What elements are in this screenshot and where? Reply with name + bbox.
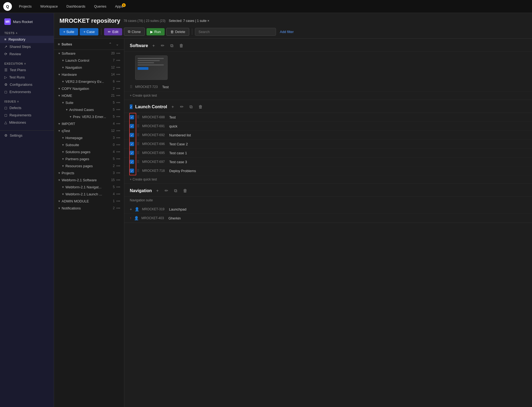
sidebar-item-test-plans[interactable]: ☰ Test Plans — [0, 66, 54, 74]
suite-item[interactable]: ▼ Hardware 14 ••• — [54, 71, 124, 78]
suite-more-icon[interactable]: ••• — [116, 72, 120, 77]
sidebar-item-environments[interactable]: ◻ Environments — [0, 88, 54, 96]
software-copy-button[interactable]: ⧉ — [169, 43, 175, 49]
test-checkbox[interactable] — [130, 151, 134, 155]
sidebar-item-configurations[interactable]: ⚙ Configurations — [0, 81, 54, 88]
software-delete-button[interactable]: 🗑 — [178, 43, 185, 49]
navigation-edit-button[interactable]: ✏ — [163, 188, 170, 194]
search-input[interactable] — [195, 28, 276, 36]
suite-more-icon[interactable]: ••• — [116, 86, 120, 91]
suite-item[interactable]: ▼ ADMIN MODULE 1 ••• — [54, 198, 124, 205]
suite-more-icon[interactable]: ••• — [116, 129, 120, 133]
workspace-selector[interactable]: MR Mars Rocket — [0, 16, 54, 27]
suite-more-icon[interactable]: ••• — [116, 100, 120, 105]
suite-more-icon[interactable]: ••• — [116, 65, 120, 70]
sidebar-item-repository[interactable]: ≡ Repository — [0, 36, 54, 43]
suite-item[interactable]: ▼ Suite 5 ••• — [54, 99, 124, 106]
suite-more-icon[interactable]: ••• — [116, 199, 120, 203]
suite-more-icon[interactable]: ••• — [116, 79, 120, 84]
suite-button[interactable]: + Suite — [59, 28, 78, 35]
suite-more-icon[interactable]: ••• — [116, 150, 120, 154]
sidebar-item-review[interactable]: ⟳ Review — [0, 50, 54, 58]
sidebar-item-requirements[interactable]: ◻ Requirements — [0, 111, 54, 119]
suite-more-icon[interactable]: ••• — [116, 58, 120, 63]
suite-item[interactable]: ▼ COPY Navigation 2 ••• — [54, 85, 124, 92]
launch-control-create-quick[interactable]: + Create quick test — [124, 175, 532, 183]
case-button[interactable]: + Case — [80, 28, 99, 35]
sidebar-item-milestones[interactable]: △ Milestones — [0, 119, 54, 126]
suite-item[interactable]: ▼ Projects 3 ••• — [54, 169, 124, 176]
suite-item[interactable]: ▼ Software 20 ••• — [54, 50, 124, 57]
suite-item[interactable]: ▼ Webform-2.1 Launch ... 4 ••• — [54, 191, 124, 198]
suite-more-icon[interactable]: ••• — [116, 143, 120, 147]
suite-item[interactable]: ▼ Webform-2.1 Navigat... 5 ••• — [54, 183, 124, 191]
navigation-delete-button[interactable]: 🗑 — [181, 188, 189, 194]
suite-more-icon[interactable]: ••• — [116, 171, 120, 175]
test-checkbox[interactable] — [130, 142, 134, 146]
nav-apps[interactable]: Apps 1 — [111, 3, 127, 10]
test-checkbox[interactable] — [130, 133, 134, 137]
test-checkbox[interactable] — [130, 160, 134, 164]
sidebar-item-shared-steps[interactable]: ↗ Shared Steps — [0, 43, 54, 50]
nav-projects[interactable]: Projects — [15, 3, 35, 10]
suite-item[interactable]: ▼ Resources pages 2 ••• — [54, 162, 124, 169]
nav-test-row[interactable]: + 👤 MROCKET-319 Launchpad — [124, 205, 532, 214]
software-edit-button[interactable]: ✏ — [159, 42, 166, 49]
suite-item[interactable]: ▼ Homepage 3 ••• — [54, 134, 124, 141]
suite-item[interactable]: ▼ qTest 12 ••• — [54, 127, 124, 134]
launch-control-select-all-checkbox[interactable] — [130, 104, 132, 109]
test-row[interactable]: ⠿ MROCKET-695 Test case 1 — [124, 149, 532, 157]
test-checkbox[interactable] — [130, 124, 134, 128]
suite-item[interactable]: ▼ Prev. VER2.3 Emer... 5 ••• — [54, 113, 124, 120]
test-row[interactable]: ⠿ MROCKET-718 Deploy Problems — [124, 166, 532, 175]
test-checkbox[interactable] — [130, 115, 134, 119]
navigation-add-button[interactable]: + — [155, 188, 160, 194]
clone-button[interactable]: ⧉ Clone — [124, 28, 145, 36]
suite-item[interactable]: ▼ Subsuite 0 ••• — [54, 141, 124, 148]
suite-item[interactable]: ▼ Partners pages 5 ••• — [54, 155, 124, 162]
suite-item[interactable]: ▼ Solutions pages 4 ••• — [54, 148, 124, 155]
suite-more-icon[interactable]: ••• — [116, 93, 120, 98]
suite-item[interactable]: ▼ IMPORT 4 ••• — [54, 120, 124, 127]
expand-all-button[interactable]: ⌄ — [114, 41, 120, 47]
launch-control-delete-button[interactable]: 🗑 — [197, 104, 204, 110]
sidebar-item-settings[interactable]: ⚙ Settings — [0, 130, 54, 139]
suite-item[interactable]: ▼ Notifications 2 ••• — [54, 205, 124, 212]
launch-control-copy-button[interactable]: ⧉ — [188, 104, 194, 110]
suite-more-icon[interactable]: ••• — [116, 157, 120, 161]
sidebar-item-test-runs[interactable]: ▷ Test Runs — [0, 74, 54, 81]
suite-more-icon[interactable]: ••• — [116, 114, 120, 119]
suite-item[interactable]: ▼ Navigation 12 ••• — [54, 64, 124, 71]
test-row[interactable]: ⠿ MROCKET-692 Numbered list — [124, 131, 532, 140]
nav-test-row[interactable]: ↑ 👤 MROCKET-403 Gherkin — [124, 214, 532, 223]
suite-more-icon[interactable]: ••• — [116, 122, 120, 126]
navigation-copy-button[interactable]: ⧉ — [172, 188, 179, 194]
test-row[interactable]: ⠿ MROCKET-691 quick — [124, 122, 532, 131]
sidebar-item-defects[interactable]: ◻ Defects — [0, 104, 54, 111]
suite-more-icon[interactable]: ••• — [116, 164, 120, 168]
suite-item[interactable]: ▼ Launch Control 7 ••• — [54, 57, 124, 64]
software-create-quick[interactable]: + Create quick test — [124, 91, 532, 100]
software-add-button[interactable]: + — [151, 43, 157, 49]
add-filter-link[interactable]: Add filter — [278, 28, 296, 35]
suite-more-icon[interactable]: ••• — [116, 206, 120, 210]
launch-control-edit-button[interactable]: ✏ — [178, 104, 185, 110]
launch-control-add-button[interactable]: + — [170, 104, 175, 110]
collapse-all-button[interactable]: ⌃ — [107, 41, 113, 47]
edit-button[interactable]: ✏ Edit — [104, 28, 122, 35]
suite-more-icon[interactable]: ••• — [116, 107, 120, 112]
delete-button[interactable]: 🗑 Delete — [166, 28, 189, 36]
suite-more-icon[interactable]: ••• — [116, 178, 120, 182]
run-button[interactable]: ▶ Run — [147, 28, 165, 35]
suite-more-icon[interactable]: ••• — [116, 185, 120, 189]
test-row-mrocket-723[interactable]: ⠿ MROCKET-723 Test — [124, 83, 532, 91]
test-row[interactable]: ⠿ MROCKET-696 Test Case 2 — [124, 140, 532, 149]
nav-workspace[interactable]: Workspace — [36, 3, 62, 10]
suite-item[interactable]: ▼ VER2.3 Emergency Ev... 6 ••• — [54, 78, 124, 85]
suite-item[interactable]: ▼ Webform-2.1 Software 15 ••• — [54, 176, 124, 183]
nav-dashboards[interactable]: Dashboards — [63, 3, 89, 10]
suite-item[interactable]: ▼ HOME 21 ••• — [54, 92, 124, 99]
suite-more-icon[interactable]: ••• — [116, 136, 120, 140]
suite-more-icon[interactable]: ••• — [116, 192, 120, 196]
test-row[interactable]: ⠿ MROCKET-688 Test — [124, 113, 532, 122]
